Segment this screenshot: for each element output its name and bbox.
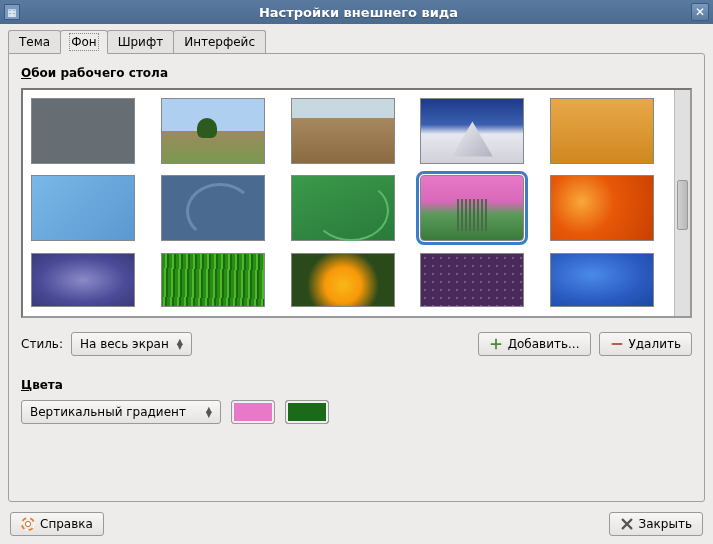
help-icon <box>21 517 35 531</box>
wallpaper-scrollbar[interactable] <box>674 90 690 316</box>
wallpaper-thumb-debian-swirl-blue[interactable] <box>161 175 265 241</box>
colors-section-label: Цвета <box>21 378 692 392</box>
style-label: Стиль: <box>21 337 63 351</box>
wallpaper-thumb-countryside-path[interactable] <box>161 98 265 164</box>
minus-icon <box>610 337 624 351</box>
wallpaper-thumb-orange-gradient[interactable] <box>550 98 654 164</box>
wallpaper-thumb-yellow-flower[interactable] <box>291 253 395 307</box>
wallpaper-thumb-mountain-peak[interactable] <box>420 98 524 164</box>
scrollbar-thumb[interactable] <box>677 180 688 230</box>
window-icon: ▦ <box>4 4 20 20</box>
color-swatch-2[interactable] <box>285 400 329 424</box>
wallpaper-list <box>21 88 692 318</box>
gradient-type-combo[interactable]: Вертикальный градиент ▲▼ <box>21 400 221 424</box>
wallpaper-section-label: Обои рабочего стола <box>21 66 692 80</box>
wallpaper-thumb-blue-wave[interactable] <box>550 253 654 307</box>
tab-font[interactable]: Шрифт <box>107 30 175 53</box>
tab-background[interactable]: Фон <box>60 30 108 54</box>
wallpaper-thumb-green-swirl[interactable] <box>291 175 395 241</box>
tab-theme[interactable]: Тема <box>8 30 61 53</box>
tab-bar: Тема Фон Шрифт Интерфейс <box>8 30 705 53</box>
wallpaper-thumb-canyon[interactable] <box>291 98 395 164</box>
svg-point-3 <box>25 521 30 526</box>
wallpaper-thumb-green-grass[interactable] <box>161 253 265 307</box>
wallpaper-thumb-purple-dots[interactable] <box>420 253 524 307</box>
plus-icon <box>489 337 503 351</box>
wallpaper-thumb-orange-flower-macro[interactable] <box>550 175 654 241</box>
gradient-type-value: Вертикальный градиент <box>30 405 198 419</box>
tab-interface[interactable]: Интерфейс <box>173 30 266 53</box>
help-button[interactable]: Справка <box>10 512 104 536</box>
style-value: На весь экран <box>80 337 169 351</box>
combo-arrows-icon: ▲▼ <box>206 407 212 417</box>
window-close-button[interactable]: ✕ <box>691 3 709 21</box>
window-title: Настройки внешнего вида <box>26 5 691 20</box>
remove-button[interactable]: Удалить <box>599 332 693 356</box>
close-button[interactable]: Закрыть <box>609 512 703 536</box>
titlebar: ▦ Настройки внешнего вида ✕ <box>0 0 713 24</box>
combo-arrows-icon: ▲▼ <box>177 339 183 349</box>
add-button[interactable]: Добавить... <box>478 332 591 356</box>
style-combo[interactable]: На весь экран ▲▼ <box>71 332 192 356</box>
wallpaper-thumb-solid-gray[interactable] <box>31 98 135 164</box>
wallpaper-thumb-blue-gradient[interactable] <box>31 175 135 241</box>
svg-rect-0 <box>611 343 622 345</box>
wallpaper-thumb-pink-green-plants[interactable] <box>420 175 524 241</box>
color-swatch-1[interactable] <box>231 400 275 424</box>
wallpaper-thumb-purple-wave[interactable] <box>31 253 135 307</box>
close-icon: ✕ <box>695 5 705 19</box>
tab-content-background: Обои рабочего стола Стиль: На весь экран… <box>8 53 705 502</box>
close-icon <box>620 517 634 531</box>
